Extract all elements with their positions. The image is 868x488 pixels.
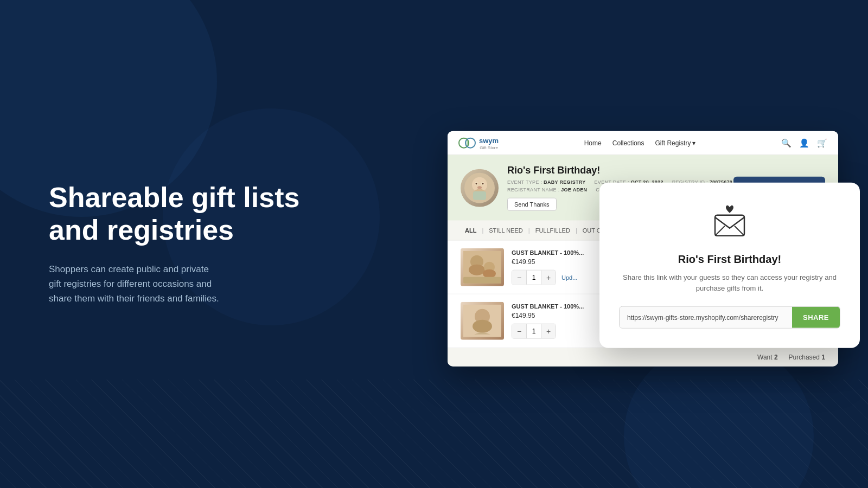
product-image-2 xyxy=(461,302,504,340)
qty-value-1: 1 xyxy=(526,271,541,285)
share-button[interactable]: SHARE xyxy=(792,307,840,328)
share-modal: Rio's First Birthday! Share this link wi… xyxy=(599,183,860,348)
nav-gift-registry[interactable]: Gift Registry ▾ xyxy=(655,139,695,146)
share-url-input[interactable] xyxy=(620,307,792,328)
qty-decrease-2[interactable]: − xyxy=(512,324,526,338)
chevron-down-icon: ▾ xyxy=(692,139,695,146)
svg-point-19 xyxy=(473,320,492,333)
bg-pattern xyxy=(0,380,868,488)
tab-still-need[interactable]: STILL NEED xyxy=(484,227,527,234)
logo-sub-text: Gift Store xyxy=(479,145,499,150)
qty-increase-1[interactable]: + xyxy=(541,271,556,285)
user-icon[interactable]: 👤 xyxy=(799,138,809,147)
nav-bar: swym Gift Store Home Collections Gift Re… xyxy=(448,131,838,155)
qty-control-2: − 1 + xyxy=(512,324,556,339)
svg-point-15 xyxy=(483,269,496,278)
left-content-section: Shareable gift lists and registries Shop… xyxy=(49,182,304,306)
purchased-stat: Purchased 1 xyxy=(789,354,825,361)
want-stat: Want 2 xyxy=(757,354,778,361)
svg-rect-16 xyxy=(463,277,501,284)
qty-control-1: − 1 + xyxy=(512,270,556,285)
browser-container: swym Gift Store Home Collections Gift Re… xyxy=(448,131,838,367)
cart-icon[interactable]: 🛒 xyxy=(817,138,827,147)
nav-icons: 🔍 👤 🛒 xyxy=(781,138,827,147)
logo-brand-name: swym xyxy=(479,137,499,145)
registry-footer: Want 2 Purchased 1 xyxy=(448,348,838,367)
nav-links: Home Collections Gift Registry ▾ xyxy=(584,139,696,146)
qty-value-2: 1 xyxy=(526,324,541,338)
svg-rect-20 xyxy=(715,215,744,236)
qty-decrease-1[interactable]: − xyxy=(512,271,526,285)
nav-logo: swym Gift Store xyxy=(458,136,499,150)
tab-all[interactable]: ALL xyxy=(461,227,481,234)
qty-increase-2[interactable]: + xyxy=(541,324,556,338)
nav-collections[interactable]: Collections xyxy=(612,139,644,146)
send-thanks-button[interactable]: Send Thanks xyxy=(507,198,557,211)
svg-point-8 xyxy=(477,186,482,189)
registry-title: Rio's First Birthday! xyxy=(507,165,732,176)
svg-point-6 xyxy=(476,183,477,184)
sub-text: Shoppers can create public and private g… xyxy=(49,262,304,306)
main-heading: Shareable gift lists and registries xyxy=(49,182,304,247)
svg-point-13 xyxy=(469,265,485,275)
swym-logo-icon xyxy=(458,137,476,149)
event-type-meta: EVENT TYPE : BABY REGISTRY xyxy=(507,179,586,185)
update-link-1[interactable]: Upd... xyxy=(561,274,577,281)
filter-sep-3: | xyxy=(575,227,578,234)
share-modal-title: Rio's First Birthday! xyxy=(619,253,840,266)
tab-fulfilled[interactable]: FULLFILLED xyxy=(531,227,575,234)
nav-home[interactable]: Home xyxy=(584,139,602,146)
share-modal-icon xyxy=(711,204,749,242)
envelope-heart-icon xyxy=(711,204,749,242)
registrant-meta: REGISTRANT NAME : JOE ADEN xyxy=(507,187,587,192)
filter-sep-2: | xyxy=(527,227,531,234)
share-modal-description: Share this link with your guests so they… xyxy=(619,272,840,293)
avatar-image xyxy=(461,169,499,207)
avatar xyxy=(461,169,499,207)
svg-point-7 xyxy=(482,183,484,184)
svg-rect-10 xyxy=(473,191,486,200)
share-url-row: SHARE xyxy=(619,306,840,329)
filter-sep-1: | xyxy=(481,227,484,234)
search-icon[interactable]: 🔍 xyxy=(781,138,792,147)
product-image-1 xyxy=(461,248,504,286)
